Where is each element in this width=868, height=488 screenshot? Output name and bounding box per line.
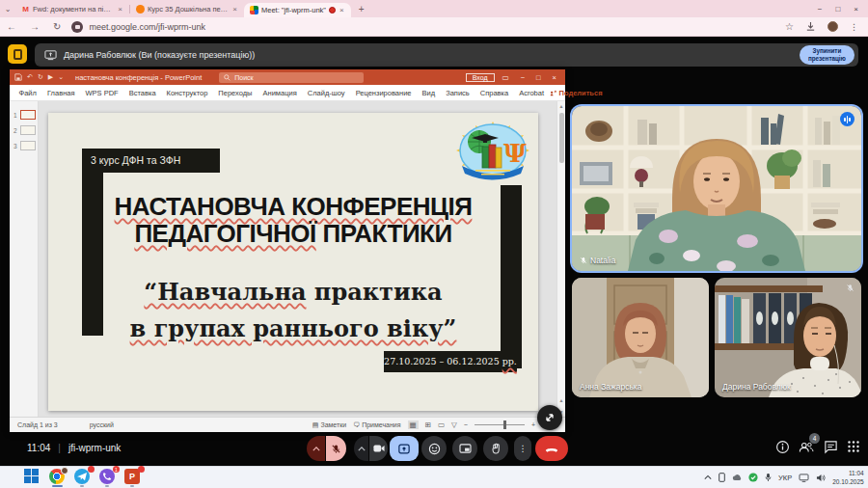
undo-icon[interactable]: ↶ (27, 73, 33, 81)
ribbon-tab-slideshow[interactable]: Слайд-шоу (302, 89, 350, 97)
customize-toolbar-icon[interactable]: ⌄ (58, 73, 64, 81)
reload-icon[interactable]: ↻ (46, 21, 68, 32)
recording-indicator-icon (329, 7, 336, 14)
bookmark-star-icon[interactable]: ☆ (785, 21, 794, 32)
mic-options-chevron[interactable] (307, 436, 325, 461)
clock-date[interactable]: 11:04 20.10.2025 (832, 469, 864, 487)
close-tab-icon[interactable]: × (339, 6, 345, 14)
ppt-minimize-button[interactable]: − (517, 73, 529, 82)
ppt-restore-button[interactable]: □ (532, 73, 545, 82)
browser-tab-meet-active[interactable]: Meet: "jfi-wprm-unk" × (244, 3, 351, 17)
resize-presentation-button[interactable] (537, 405, 562, 430)
video-tile-anna[interactable]: Анна Зажарська (572, 278, 709, 397)
raise-hand-button[interactable] (483, 436, 508, 461)
notification-badge (138, 466, 145, 473)
minimize-window-button[interactable]: − (818, 5, 823, 14)
more-options-button[interactable]: ⋮ (514, 436, 531, 461)
search-input[interactable]: Поиск (219, 72, 364, 83)
reactions-button[interactable] (421, 436, 447, 461)
language-indicator[interactable]: русский (90, 421, 114, 428)
zoom-in-icon[interactable]: + (531, 421, 535, 428)
network-icon[interactable] (799, 474, 809, 482)
sign-in-button[interactable]: Вход (466, 73, 495, 82)
ribbon-tab-home[interactable]: Главная (41, 89, 80, 97)
slide-dates-box: 27.10.2025 – 06.12.2025 рр. (384, 351, 517, 372)
tab-search-chevron-icon[interactable]: ⌄ (0, 5, 15, 14)
smiley-icon (428, 443, 441, 455)
redo-icon[interactable]: ↻ (38, 73, 43, 81)
device-icon[interactable] (719, 473, 725, 482)
speaker-icon[interactable] (816, 474, 826, 482)
antivirus-icon[interactable] (748, 473, 758, 482)
ribbon-tab-file[interactable]: Файл (14, 89, 41, 97)
video-tile-daryna[interactable]: Дарина Рабовлюк (715, 278, 861, 397)
tray-expand-chevron-icon[interactable] (704, 474, 712, 480)
ribbon-tab-help[interactable]: Справка (475, 89, 513, 97)
slide-canvas[interactable]: 3 курс ДФН та ЗФН Ψ (48, 113, 538, 411)
comments-button[interactable]: 🗨 Примечания (353, 421, 400, 428)
ribbon-tab-animations[interactable]: Анимация (258, 89, 302, 97)
activities-button[interactable] (847, 440, 860, 457)
start-button[interactable] (24, 469, 41, 485)
screen-share-icon (44, 49, 57, 61)
end-call-button[interactable] (535, 436, 568, 461)
slide-thumbnail-2[interactable]: 2 (10, 122, 38, 138)
ribbon-tab-transitions[interactable]: Переходы (213, 89, 258, 97)
ribbon-display-icon[interactable]: ▭ (499, 73, 513, 82)
microphone-icon[interactable] (765, 473, 772, 482)
download-icon[interactable] (805, 21, 816, 32)
taskbar-chrome[interactable] (49, 469, 66, 485)
browser-tab-gmail[interactable]: M Fwd: документи на підпис - d × (15, 0, 129, 17)
presentation-app-icon[interactable] (8, 44, 27, 64)
video-tile-natalia[interactable]: Natalia (572, 106, 861, 271)
ribbon-tab-view[interactable]: Вид (417, 89, 441, 97)
browser-menu-icon[interactable]: ⋮ (850, 22, 858, 32)
meeting-details-button[interactable] (775, 440, 790, 458)
chat-button[interactable] (824, 440, 838, 458)
normal-view-icon[interactable]: ▦ (408, 420, 419, 429)
slideshow-view-icon[interactable]: ▽ (451, 420, 457, 429)
audio-output-icon[interactable] (840, 112, 854, 126)
ribbon-tab-acrobat[interactable]: Acrobat (514, 89, 550, 97)
close-window-button[interactable]: × (854, 5, 858, 14)
slide-sorter-view-icon[interactable]: ⊞ (425, 420, 431, 429)
ribbon-tab-review[interactable]: Рецензирование (350, 89, 417, 97)
screen: ⌄ M Fwd: документи на підпис - d × Курс … (0, 0, 868, 488)
slideshow-icon[interactable]: ▶ (48, 73, 53, 81)
taskbar-viber[interactable]: 1 (99, 469, 116, 485)
taskbar-telegram[interactable] (74, 469, 91, 485)
share-button[interactable]: Поделиться (550, 89, 607, 97)
notes-button[interactable]: ▤ Заметки (312, 421, 346, 429)
url-text[interactable]: meet.google.com/jfi-wprm-unk (89, 22, 205, 32)
ribbon-tab-wpspdf[interactable]: WPS PDF (80, 89, 123, 97)
zoom-out-icon[interactable]: − (464, 421, 468, 428)
present-screen-button[interactable] (452, 436, 477, 461)
forward-icon[interactable]: → (23, 21, 46, 32)
close-tab-icon[interactable]: × (117, 5, 123, 14)
ppt-close-button[interactable]: × (549, 73, 560, 82)
language-indicator[interactable]: УКР (778, 474, 792, 482)
stop-presenting-button[interactable]: Зупинити презентацію (800, 45, 854, 65)
close-tab-icon[interactable]: × (231, 5, 238, 14)
site-icon[interactable] (71, 21, 83, 33)
slide-scrollbar[interactable]: ▲ ▲ ▼ (556, 101, 565, 417)
taskbar-powerpoint[interactable]: P (124, 469, 141, 485)
profile-avatar[interactable] (827, 21, 838, 32)
browser-tab-course[interactable]: Курс 35 Дошкільна педагогіка × (130, 0, 244, 17)
reading-view-icon[interactable]: ▭ (438, 420, 445, 429)
participant-name-tag: Дарина Рабовлюк (722, 382, 791, 392)
maximize-window-button[interactable]: □ (835, 5, 840, 14)
zoom-slider[interactable] (475, 424, 525, 425)
natalia-video-feed (572, 106, 861, 271)
ribbon-tab-design[interactable]: Конструктор (161, 89, 213, 97)
scrollbar-thumb[interactable] (559, 113, 564, 163)
new-tab-button[interactable]: + (351, 4, 372, 14)
slide-thumbnail-1[interactable]: 1 (10, 107, 38, 122)
save-icon[interactable] (14, 73, 22, 81)
ribbon-tab-insert[interactable]: Вставка (123, 89, 161, 97)
ribbon-tab-record[interactable]: Запись (441, 89, 475, 97)
presenting-active-button[interactable] (390, 436, 419, 461)
onedrive-icon[interactable] (732, 474, 742, 481)
back-icon[interactable]: ← (0, 21, 23, 32)
slide-thumbnail-3[interactable]: 3 (10, 138, 38, 153)
